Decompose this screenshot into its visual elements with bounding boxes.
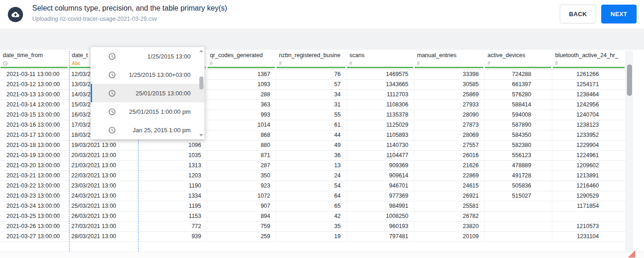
grid-cell: 1014: [207, 120, 276, 130]
grid-cell: 1105893: [347, 130, 414, 140]
table-row: 2021-03-26 13:00:0027/03/2021 13:0077275…: [0, 222, 626, 232]
column-type-icon: Abc: [72, 60, 81, 66]
column-name: nzbn_registered_busine: [279, 52, 347, 59]
table-row: 2021-03-18 13:00:0019/03/2021 13:0010968…: [0, 141, 626, 151]
column-type-icon: #: [279, 60, 282, 66]
scroll-down-icon[interactable]: [199, 134, 203, 136]
column-name: scans: [349, 52, 414, 59]
scroll-up-icon[interactable]: [199, 50, 203, 52]
grid-cell: 491728: [485, 171, 552, 181]
format-option[interactable]: Jan 25, 2015 1:00 pm: [91, 121, 204, 139]
grid-cell: 35: [276, 222, 347, 231]
datetime-format-menu: 1/25/2015 13:00 1/25/2015 13:00+03:00 25…: [90, 47, 205, 140]
grid-cell: 65: [276, 201, 347, 211]
table-row: 2021-03-19 13:00:0020/03/2021 13:0010358…: [0, 151, 626, 161]
grid-cell: 588414: [485, 100, 552, 110]
vertical-scrollbar-thumb[interactable]: [627, 64, 632, 96]
format-option[interactable]: 1/25/2015 13:00: [91, 47, 204, 65]
format-option-list: 1/25/2015 13:00 1/25/2015 13:00+03:00 25…: [91, 47, 204, 139]
grid-cell: 1367: [207, 70, 276, 79]
table-row: 2021-03-23 13:00:0024/03/2021 13:0013341…: [0, 191, 626, 201]
table-row: 2021-03-21 13:00:0022/03/2021 13:0012033…: [0, 171, 626, 181]
format-option[interactable]: 25/01/2015 1:00:00 pm: [91, 102, 204, 121]
grid-cell: 27/03/2021 13:00: [69, 222, 138, 231]
column-header[interactable]: nzbn_registered_busine #: [276, 51, 347, 69]
back-button[interactable]: BACK: [560, 5, 596, 23]
grid-cell: 576280: [485, 90, 552, 100]
grid-cell: 21626: [414, 161, 485, 170]
table-row: 2021-03-20 13:00:0021/03/2021 13:0013132…: [0, 161, 626, 171]
grid-cell: 984991: [347, 201, 414, 211]
grid-cell: 759: [207, 222, 276, 231]
column-header[interactable]: date_time_from: [0, 51, 69, 69]
grid-cell: 64: [276, 191, 347, 201]
grid-cell: 2021-03-27 13:00:00: [0, 232, 69, 241]
vertical-scrollbar[interactable]: [626, 51, 633, 252]
page-title: Select columns type, precision, and the …: [32, 4, 227, 12]
column-type-icon: [3, 60, 8, 66]
grid-cell: 24/03/2021 13:00: [69, 191, 138, 201]
grid-cell: 2021-03-23 13:00:00: [0, 191, 69, 201]
grid-cell: 909369: [347, 161, 414, 170]
grid-cell: 259: [207, 232, 276, 241]
grid-cell: 939: [138, 232, 207, 241]
grid-cell: 2021-03-20 13:00:00: [0, 161, 69, 170]
grid-cell: 42: [276, 211, 347, 221]
grid-cell: 2021-03-16 13:00:00: [0, 120, 69, 130]
column-type-bar: [0, 67, 68, 68]
menu-scrollbar-thumb[interactable]: [199, 76, 203, 89]
grid-cell: 288: [207, 90, 276, 100]
grid-cell: 2021-03-18 13:00:00: [0, 141, 69, 150]
column-header[interactable]: active_devices #: [485, 51, 552, 69]
grid-cell: 54: [276, 181, 347, 191]
grid-cell: 30585: [414, 80, 485, 89]
grid-cell: 478889: [485, 161, 552, 170]
menu-scrollbar[interactable]: [198, 47, 204, 139]
grid-cell: 1209602: [552, 161, 626, 170]
clock-icon: [108, 108, 116, 116]
grid-cell: 923: [207, 181, 276, 191]
format-option[interactable]: 1/25/2015 13:00+03:00: [91, 65, 204, 84]
grid-cell: 28090: [414, 110, 485, 120]
grid-cell: 1108306: [347, 100, 414, 110]
grid-cell: 2021-03-17 13:00:00: [0, 130, 69, 140]
format-option[interactable]: 25/01/2015 13:00:00: [91, 84, 204, 102]
grid-cell: 1035: [138, 151, 207, 160]
column-header[interactable]: bluetooth_active_24_hr_ #: [552, 51, 626, 69]
column-header[interactable]: manual_entries #: [414, 51, 485, 69]
grid-cell: 287: [207, 161, 276, 170]
upload-status-text: Uploading nz-covid-tracer-usage-2021-03-…: [32, 16, 157, 22]
column-type-bar: [347, 67, 413, 68]
grid-cell: 1233952: [552, 130, 626, 140]
grid-cell: 31: [276, 100, 347, 110]
grid-cell: 1254171: [552, 80, 626, 89]
grid-cell: 1135378: [347, 110, 414, 120]
table-row: 2021-03-22 13:00:0023/03/2021 13:0011909…: [0, 181, 626, 191]
column-header[interactable]: qr_codes_generated #: [207, 51, 276, 69]
grid-cell: 1210573: [552, 222, 626, 231]
selected-column-guide-left: [69, 51, 70, 252]
column-type-bar: [415, 67, 483, 68]
grid-cell: 2021-03-13 13:00:00: [0, 90, 69, 100]
grid-cell: 363: [207, 100, 276, 110]
grid-cell: [485, 222, 552, 231]
grid-cell: 1171854: [552, 201, 626, 211]
next-button[interactable]: NEXT: [601, 5, 637, 23]
grid-cell: 1203: [138, 171, 207, 181]
grid-cell: 1104477: [347, 151, 414, 160]
horizontal-scrollbar[interactable]: [0, 252, 644, 258]
column-type-bar: [485, 67, 551, 68]
grid-cell: 55: [276, 110, 347, 120]
grid-cell: 44: [276, 130, 347, 140]
grid-cell: 76: [276, 70, 347, 79]
grid-cell: 880: [207, 141, 276, 150]
grid-cell: 2021-03-11 13:00:00: [0, 70, 69, 79]
grid-cell: 2021-03-14 13:00:00: [0, 100, 69, 110]
column-header[interactable]: scans #: [347, 51, 414, 69]
grid-cell: 1334: [138, 191, 207, 201]
grid-cell: 1195: [138, 201, 207, 211]
grid-cell: [552, 211, 626, 221]
grid-cell: 1240704: [552, 110, 626, 120]
column-type-icon: #: [487, 60, 490, 66]
grid-cell: 724288: [485, 70, 552, 79]
